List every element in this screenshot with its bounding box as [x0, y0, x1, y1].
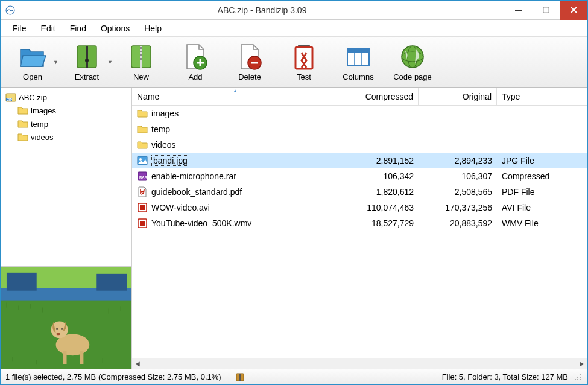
close-button[interactable]	[560, 1, 587, 20]
folder-icon	[137, 139, 148, 150]
window-title: ABC.zip - Bandizip 3.09	[20, 5, 504, 15]
app-icon	[5, 5, 15, 15]
column-header-compressed[interactable]: Compressed	[334, 88, 419, 105]
resize-grip-icon[interactable]	[573, 372, 583, 382]
column-header-name[interactable]: Name ▲	[132, 88, 334, 105]
file-type	[497, 144, 587, 146]
scroll-left-icon[interactable]: ◀	[132, 358, 143, 369]
add-file-icon	[181, 42, 210, 71]
minimize-button[interactable]	[504, 1, 532, 20]
svg-text:ZIP: ZIP	[7, 98, 12, 101]
toolbar-delete[interactable]: Delete	[223, 40, 277, 84]
file-name: YouTube-video_500K.wmv	[151, 218, 251, 228]
column-headers: Name ▲ Compressed Original Type	[132, 88, 587, 106]
scroll-right-icon[interactable]: ▶	[577, 358, 587, 369]
svg-point-58	[580, 379, 581, 380]
open-folder-icon	[18, 42, 47, 71]
file-row[interactable]: bandi.jpg2,891,1522,894,233JPG File	[132, 153, 587, 168]
maximize-button[interactable]	[532, 1, 560, 20]
file-type: PDF File	[497, 186, 587, 198]
file-row[interactable]: images	[132, 106, 587, 121]
titlebar: ABC.zip - Bandizip 3.09	[1, 1, 587, 20]
minimize-icon	[515, 7, 522, 13]
svg-point-5	[85, 59, 89, 62]
tree-folder-images[interactable]: images	[3, 104, 129, 117]
svg-point-33	[57, 332, 60, 335]
tree-item-label: temp	[31, 119, 48, 129]
globe-icon	[398, 42, 427, 71]
chevron-down-icon[interactable]: ▼	[107, 59, 113, 65]
svg-rect-1	[515, 10, 522, 11]
toolbar-add[interactable]: Add	[168, 40, 223, 84]
svg-rect-26	[96, 274, 127, 291]
column-header-type[interactable]: Type	[497, 88, 587, 105]
toolbar: Open ▼ Extract ▼ New Add Delete	[1, 37, 587, 88]
image-icon	[137, 155, 148, 166]
svg-rect-7	[140, 46, 142, 68]
file-original: 170,373,256	[419, 202, 497, 214]
file-type: AVI File	[497, 202, 587, 214]
folder-icon	[137, 108, 148, 119]
file-row[interactable]: guidebook_standard.pdf1,820,6122,508,565…	[132, 184, 587, 200]
toolbar-codepage[interactable]: Code page	[385, 40, 440, 84]
file-row[interactable]: YouTube-video_500K.wmv18,527,72920,883,5…	[132, 215, 587, 231]
file-type: JPG File	[497, 154, 587, 167]
tree-item-label: videos	[31, 133, 54, 142]
file-name: videos	[151, 140, 175, 150]
svg-rect-25	[7, 273, 37, 291]
file-row[interactable]: RARenable-microphone.rar106,342106,307Co…	[132, 168, 587, 184]
preview-pane	[1, 266, 131, 369]
file-original: 106,307	[419, 170, 497, 182]
folder-icon	[17, 132, 28, 142]
svg-rect-2	[543, 7, 549, 13]
horizontal-scrollbar[interactable]: ◀ ▶	[132, 358, 587, 369]
window-controls	[504, 1, 587, 20]
toolbar-open[interactable]: Open ▼	[5, 40, 60, 84]
folder-tree: ZIP ABC.zip images temp videos	[1, 88, 131, 266]
menubar: File Edit Find Options Help	[1, 20, 587, 37]
toolbar-columns[interactable]: Columns	[331, 40, 385, 84]
file-row[interactable]: temp	[132, 121, 587, 137]
preview-image	[1, 267, 131, 369]
file-row[interactable]: WOW-video.avi110,074,463170,373,256AVI F…	[132, 200, 587, 215]
menu-options[interactable]: Options	[93, 21, 137, 36]
tree-folder-temp[interactable]: temp	[3, 117, 129, 130]
svg-point-55	[580, 377, 581, 378]
file-original: 20,883,592	[419, 217, 497, 229]
toolbar-test[interactable]: Test	[277, 40, 331, 84]
file-original: 2,508,565	[419, 186, 497, 198]
zip-archive-icon: ZIP	[5, 92, 16, 103]
status-totals: File: 5, Folder: 3, Total Size: 127 MB	[442, 372, 568, 381]
file-row[interactable]: videos	[132, 137, 587, 153]
tree-folder-videos[interactable]: videos	[3, 130, 129, 144]
tree-root[interactable]: ZIP ABC.zip	[3, 91, 129, 104]
file-name: images	[151, 109, 179, 118]
file-compressed: 2,891,152	[334, 154, 419, 167]
file-type: WMV File	[497, 217, 587, 229]
svg-point-44	[139, 158, 142, 161]
svg-point-57	[577, 379, 578, 380]
file-compressed: 106,342	[334, 170, 419, 182]
delete-file-icon	[235, 42, 264, 71]
content-area: ZIP ABC.zip images temp videos	[1, 88, 587, 369]
toolbar-new[interactable]: New	[114, 40, 168, 84]
menu-help[interactable]: Help	[137, 21, 169, 36]
menu-find[interactable]: Find	[63, 21, 93, 36]
column-header-original[interactable]: Original	[419, 88, 497, 105]
file-name: guidebook_standard.pdf	[151, 187, 242, 197]
file-compressed	[334, 128, 419, 130]
maximize-icon	[543, 7, 549, 13]
extract-icon	[72, 42, 101, 71]
toolbar-extract[interactable]: Extract ▼	[60, 40, 114, 84]
new-archive-icon	[127, 42, 156, 71]
svg-rect-4	[86, 46, 88, 68]
menu-edit[interactable]: Edit	[34, 21, 63, 36]
test-icon	[289, 42, 318, 71]
folder-icon	[17, 118, 28, 129]
menu-file[interactable]: File	[5, 21, 34, 36]
file-type: Compressed	[497, 170, 587, 182]
folder-icon	[137, 124, 148, 135]
chevron-down-icon[interactable]: ▼	[53, 59, 58, 65]
status-archive-icon	[234, 372, 246, 382]
tree-item-label: images	[31, 106, 56, 115]
